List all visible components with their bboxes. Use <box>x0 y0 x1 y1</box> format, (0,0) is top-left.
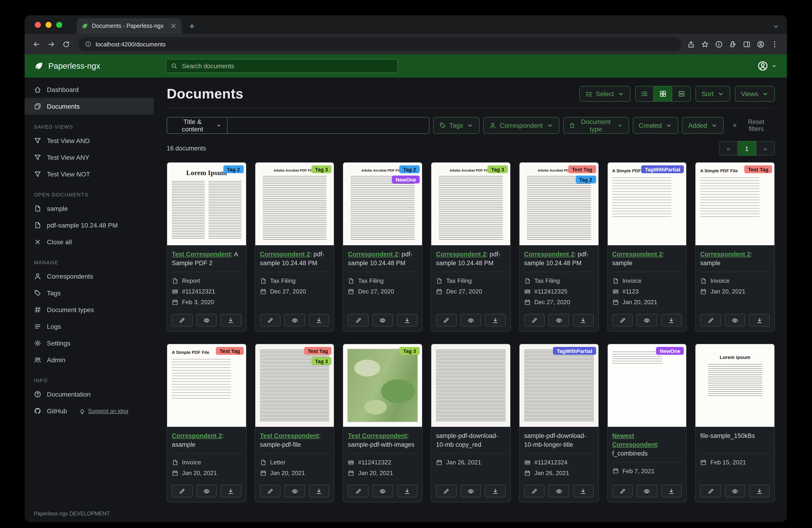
edit-button[interactable] <box>700 485 721 497</box>
tag-badge[interactable]: TagWithPartial <box>641 165 684 173</box>
edit-button[interactable] <box>260 314 280 327</box>
page-status-icon[interactable] <box>715 40 723 48</box>
menu-kebab-icon[interactable] <box>771 40 779 48</box>
document-thumbnail[interactable] <box>431 344 510 427</box>
sidebar-link-suggest-an-idea[interactable]: Suggest an idea <box>78 408 128 414</box>
document-card[interactable]: Adobe Acrobat PDF Files Test TagTag 2 Co… <box>519 162 599 331</box>
tag-badge[interactable]: Tag 2 <box>576 175 596 183</box>
document-thumbnail[interactable]: A Simple PDF File TagWithPartial <box>608 162 686 246</box>
edit-button[interactable] <box>172 314 192 327</box>
correspondent-link[interactable]: Correspondent 2 <box>612 251 662 258</box>
filter-document-type-button[interactable]: Document type <box>563 117 629 134</box>
document-card[interactable]: NewOne Newest Correspondent: f_combineds… <box>607 344 687 502</box>
download-button[interactable] <box>220 485 241 497</box>
tag-badge[interactable]: Tag 2 <box>399 165 420 173</box>
next-page-button[interactable]: » <box>756 141 775 156</box>
download-button[interactable] <box>397 485 417 497</box>
sidebar-item-document-types[interactable]: Document types <box>25 301 154 318</box>
address-bar[interactable]: localhost:4200/documents <box>78 37 682 51</box>
browser-tab[interactable]: Documents - Paperless-ngx <box>77 18 182 34</box>
document-card[interactable]: Lorem Ipsum Tag 2 Test Correspondent: A … <box>167 162 246 331</box>
minimize-window-button[interactable] <box>45 22 52 28</box>
zoom-window-button[interactable] <box>56 22 62 28</box>
list-view-button[interactable] <box>635 86 654 102</box>
edit-button[interactable] <box>348 314 368 327</box>
download-button[interactable] <box>485 485 506 497</box>
preview-button[interactable] <box>637 485 657 497</box>
document-card[interactable]: Adobe Acrobat PDF Files Tag 3 Correspond… <box>255 162 334 331</box>
document-thumbnail[interactable]: TagWithPartial <box>520 344 598 427</box>
sidebar-item-correspondents[interactable]: Correspondents <box>25 268 154 285</box>
edit-button[interactable] <box>612 485 633 497</box>
correspondent-link[interactable]: Correspondent 2 <box>436 251 486 258</box>
document-thumbnail[interactable]: Adobe Acrobat PDF Files Tag 2NewOne <box>343 162 422 246</box>
app-brand[interactable]: Paperless-ngx <box>25 61 154 71</box>
preview-button[interactable] <box>460 314 481 327</box>
tag-badge[interactable]: Test Tag <box>304 347 332 355</box>
document-thumbnail[interactable]: Lorem ipsum <box>696 344 774 427</box>
select-button[interactable]: Select <box>580 86 631 102</box>
download-button[interactable] <box>485 314 506 327</box>
sort-button[interactable]: Sort <box>695 86 730 102</box>
document-thumbnail[interactable]: Test TagTag 3 <box>255 344 334 427</box>
preview-button[interactable] <box>196 314 217 327</box>
correspondent-link[interactable]: Test Correspondent <box>348 432 407 439</box>
correspondent-link[interactable]: Test Correspondent <box>172 251 231 258</box>
sidebar-item-logs[interactable]: Logs <box>25 318 154 335</box>
new-tab-button[interactable] <box>185 19 198 32</box>
detail-view-button[interactable] <box>672 86 691 102</box>
tag-badge[interactable]: Test Tag <box>568 165 596 173</box>
back-button[interactable] <box>29 37 43 51</box>
edit-button[interactable] <box>700 314 721 327</box>
preview-button[interactable] <box>549 314 569 327</box>
sidebar-item-tags[interactable]: Tags <box>25 285 154 301</box>
title-content-input[interactable] <box>227 117 429 134</box>
user-menu[interactable] <box>757 60 787 72</box>
document-thumbnail[interactable]: Tag 3 <box>343 344 422 427</box>
tag-badge[interactable]: Tag 2 <box>223 165 244 173</box>
document-card[interactable]: Adobe Acrobat PDF Files Tag 3 Correspond… <box>431 162 510 331</box>
document-thumbnail[interactable]: A Simple PDF File Test Tag <box>696 162 774 246</box>
edit-button[interactable] <box>436 314 456 327</box>
sidebar-item-documentation[interactable]: Documentation <box>25 386 154 403</box>
preview-button[interactable] <box>460 485 481 497</box>
tab-close-icon[interactable] <box>170 22 177 30</box>
document-thumbnail[interactable]: Adobe Acrobat PDF Files Tag 3 <box>255 162 334 246</box>
views-button[interactable]: Views <box>735 86 775 102</box>
document-thumbnail[interactable]: Adobe Acrobat PDF Files Tag 3 <box>431 162 510 246</box>
correspondent-link[interactable]: Correspondent 2 <box>348 251 398 258</box>
download-button[interactable] <box>220 314 241 327</box>
document-thumbnail[interactable]: NewOne <box>608 344 686 427</box>
sidebar-item-settings[interactable]: Settings <box>25 335 154 352</box>
tag-badge[interactable]: Tag 3 <box>311 357 332 365</box>
correspondent-link[interactable]: Correspondent 2 <box>524 251 574 258</box>
tag-badge[interactable]: Test Tag <box>216 347 244 355</box>
search-input[interactable] <box>181 62 393 70</box>
download-button[interactable] <box>661 314 682 327</box>
global-search[interactable] <box>166 59 398 73</box>
tag-badge[interactable]: Tag 3 <box>488 165 508 173</box>
document-card[interactable]: A Simple PDF File TagWithPartial Corresp… <box>607 162 687 331</box>
sidebar-item-test-view-any[interactable]: Test View ANY <box>25 149 154 166</box>
reload-button[interactable] <box>59 37 73 51</box>
edit-button[interactable] <box>172 485 192 497</box>
tag-badge[interactable]: NewOne <box>392 175 420 183</box>
download-button[interactable] <box>573 485 594 497</box>
download-button[interactable] <box>661 485 682 497</box>
filter-created-button[interactable]: Created <box>633 117 679 134</box>
document-thumbnail[interactable]: Lorem Ipsum Tag 2 <box>167 162 246 246</box>
correspondent-link[interactable]: Test Correspondent <box>260 432 319 439</box>
edit-button[interactable] <box>348 485 368 497</box>
preview-button[interactable] <box>372 314 393 327</box>
preview-button[interactable] <box>284 314 305 327</box>
sidebar-item-admin[interactable]: Admin <box>25 352 154 368</box>
preview-button[interactable] <box>196 485 217 497</box>
correspondent-link[interactable]: Correspondent 2 <box>700 251 751 258</box>
document-thumbnail[interactable]: Adobe Acrobat PDF Files Test TagTag 2 <box>520 162 598 246</box>
edit-button[interactable] <box>436 485 456 497</box>
sidebar-item-test-view-and[interactable]: Test View AND <box>25 132 154 149</box>
document-card[interactable]: Lorem ipsum file-sample_150kBs Feb 15, 2… <box>695 344 775 502</box>
sidebar-item-sample[interactable]: sample <box>25 200 154 217</box>
previous-page-button[interactable]: « <box>719 141 738 156</box>
preview-button[interactable] <box>372 485 393 497</box>
